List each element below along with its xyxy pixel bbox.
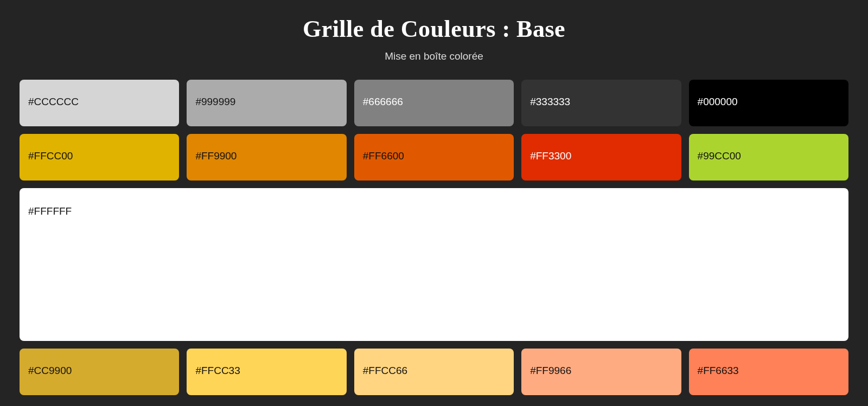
color-swatch: #FF9966: [521, 349, 681, 395]
color-grid-page: Grille de Couleurs : Base Mise en boîte …: [0, 0, 868, 406]
color-swatch: #FF6600: [354, 134, 514, 181]
swatch-label: #FFFFFF: [28, 205, 72, 217]
swatch-label: #99CC00: [698, 150, 741, 162]
swatch-label: #999999: [195, 96, 235, 107]
swatch-label: #666666: [363, 96, 403, 107]
swatch-label: #FF9900: [195, 150, 237, 162]
color-swatch: #666666: [354, 80, 514, 126]
color-swatch: #000000: [689, 80, 848, 126]
color-swatch: #99CC00: [689, 134, 848, 181]
page-title: Grille de Couleurs : Base: [20, 15, 848, 43]
swatch-label: #FF6633: [698, 365, 739, 376]
color-swatch: #999999: [187, 80, 346, 126]
color-swatch: #333333: [521, 80, 681, 126]
swatch-label: #FFCC66: [363, 365, 407, 376]
swatch-label: #FF3300: [530, 150, 571, 162]
swatch-label: #CCCCCC: [28, 96, 79, 107]
color-swatch: #FF6633: [689, 349, 848, 395]
page-subtitle: Mise en boîte colorée: [20, 50, 848, 62]
color-grid: #CCCCCC#999999#666666#333333#000000#FFCC…: [20, 80, 848, 395]
color-swatch: #FFFFFF: [20, 188, 848, 341]
color-swatch: #FFCC33: [187, 349, 346, 395]
color-swatch: #FF9900: [187, 134, 346, 181]
swatch-label: #000000: [698, 96, 738, 107]
swatch-label: #FF6600: [363, 150, 404, 162]
swatch-label: #FFCC33: [195, 365, 240, 376]
color-swatch: #CCCCCC: [20, 80, 179, 126]
color-swatch: #FFCC00: [20, 134, 179, 181]
swatch-label: #FFCC00: [28, 150, 73, 162]
swatch-label: #333333: [530, 96, 570, 107]
swatch-label: #FF9966: [530, 365, 571, 376]
color-swatch: #FF3300: [521, 134, 681, 181]
color-swatch: #CC9900: [20, 349, 179, 395]
color-swatch: #FFCC66: [354, 349, 514, 395]
swatch-label: #CC9900: [28, 365, 72, 376]
